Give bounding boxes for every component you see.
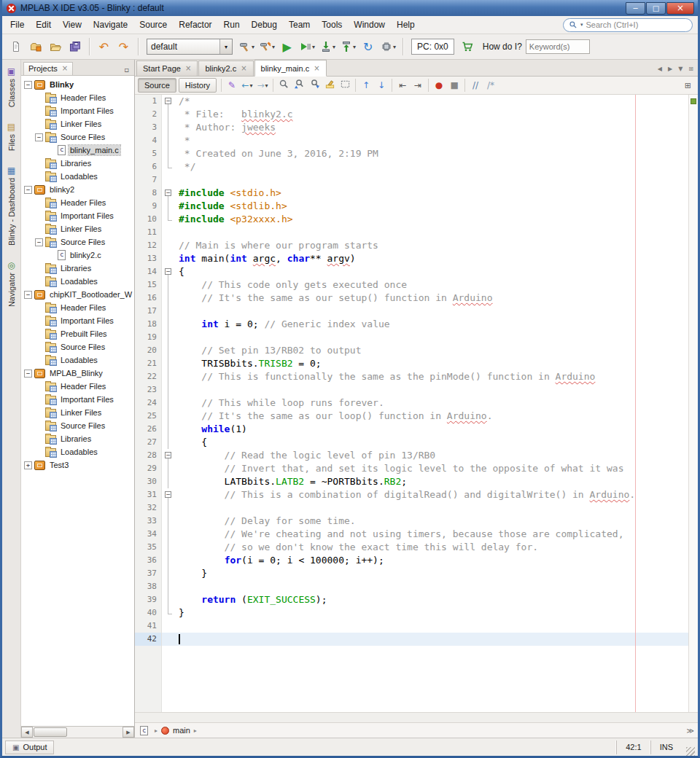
tree-node-loadables[interactable]: Loadables [21, 353, 134, 367]
line-number[interactable]: 34 [135, 528, 161, 541]
code-line-17[interactable]: 17 [135, 305, 688, 318]
code-text[interactable]: { [176, 436, 688, 449]
collapse-icon[interactable]: − [35, 238, 43, 246]
open-project-button[interactable] [46, 37, 64, 57]
tree-node-important-files[interactable]: Important Files [21, 104, 134, 117]
code-text[interactable]: */ [176, 160, 688, 173]
code-line-14[interactable]: 14−{ [135, 265, 688, 278]
code-text[interactable] [176, 331, 688, 344]
line-number[interactable]: 14 [135, 265, 161, 278]
tree-node-header-files[interactable]: Header Files [21, 380, 134, 393]
shift-line-left-button[interactable]: ⇤ [395, 78, 410, 93]
dropdown-caret-icon[interactable]: ▾ [312, 44, 315, 50]
previous-bookmark-button[interactable]: ↑ [359, 78, 373, 93]
code-line-6[interactable]: 6 */ [135, 160, 688, 173]
code-line-12[interactable]: 12// Main is where our program starts [135, 239, 688, 252]
line-number[interactable]: 30 [135, 475, 161, 488]
line-number[interactable]: 39 [135, 593, 161, 606]
menu-item-run[interactable]: Run [218, 17, 246, 33]
toggle-highlight-search-button[interactable] [322, 78, 337, 93]
dropdown-caret-icon[interactable]: ▾ [272, 44, 275, 50]
tree-node-loadables[interactable]: Loadables [21, 275, 134, 288]
code-line-34[interactable]: 34 // We're cheating and not using timer… [135, 528, 688, 541]
collapse-fold-icon[interactable]: − [165, 190, 171, 196]
code-line-41[interactable]: 41 [135, 620, 688, 633]
hold-in-reset-button[interactable]: ▾ [378, 37, 397, 57]
code-line-1[interactable]: 1−/* [135, 95, 688, 108]
code-line-16[interactable]: 16 // It's the same as our setup() funct… [135, 292, 688, 305]
start-macro-recording-button[interactable]: ● [432, 78, 446, 93]
code-text[interactable] [176, 620, 688, 633]
show-opened-documents-list-button[interactable]: ▼ [676, 64, 685, 74]
code-text[interactable] [176, 580, 688, 593]
code-text[interactable]: for(i = 0; i < 100000; i++); [176, 554, 688, 567]
code-text[interactable]: // Main is where our program starts [176, 239, 688, 252]
code-line-9[interactable]: 9#include <stdlib.h> [135, 200, 688, 213]
expand-handle[interactable]: − [24, 81, 34, 89]
line-number[interactable]: 42 [135, 633, 161, 646]
tree-node-blinky[interactable]: −Blinky [21, 78, 134, 91]
code-text[interactable]: { [176, 265, 688, 278]
menu-item-view[interactable]: View [57, 17, 88, 33]
code-text[interactable]: * File: blinky2.c [176, 108, 688, 121]
line-number[interactable]: 40 [135, 606, 161, 620]
code-text[interactable] [176, 305, 688, 318]
code-text[interactable]: // It's the same as our loop() function … [176, 410, 688, 423]
code-text[interactable]: // It's the same as our setup() function… [176, 292, 688, 305]
code-line-29[interactable]: 29 // Invert that, and set its logic lev… [135, 462, 688, 475]
line-number[interactable]: 19 [135, 331, 161, 344]
tree-node-blinky2[interactable]: −blinky2 [21, 183, 134, 196]
code-line-3[interactable]: 3 * Author: jweeks [135, 121, 688, 134]
code-line-21[interactable]: 21 TRISBbits.TRISB2 = 0; [135, 357, 688, 370]
tree-node-loadables[interactable]: Loadables [21, 445, 134, 458]
tree-node-source-files[interactable]: −Source Files [21, 130, 134, 144]
code-text[interactable]: int i = 0; // Generic index value [176, 318, 688, 331]
line-number[interactable]: 18 [135, 318, 161, 331]
line-number[interactable]: 28 [135, 449, 161, 462]
line-number[interactable]: 31 [135, 488, 161, 501]
code-line-15[interactable]: 15 // This code only gets executed once [135, 278, 688, 292]
tree-node-chipkit-bootloader-w[interactable]: −chipKIT_Bootloader_W [21, 288, 134, 301]
find-previous-occurrence-button[interactable] [292, 78, 306, 93]
expand-icon[interactable]: + [24, 461, 32, 469]
dropdown-caret-icon[interactable]: ▾ [393, 44, 396, 50]
dropdown-caret-icon[interactable]: ▾ [265, 82, 268, 89]
code-line-35[interactable]: 35 // so we don't know the exact time th… [135, 541, 688, 554]
code-line-18[interactable]: 18 int i = 0; // Generic index value [135, 318, 688, 331]
code-text[interactable] [176, 226, 688, 239]
scroll-right-button[interactable]: ▶ [122, 727, 134, 738]
projects-tree[interactable]: −BlinkyHeader FilesImportant FilesLinker… [21, 76, 134, 726]
code-line-22[interactable]: 22 // This is functionally the same as t… [135, 370, 688, 383]
code-text[interactable]: #include <stdlib.h> [176, 200, 688, 213]
line-number[interactable]: 33 [135, 515, 161, 528]
code-text[interactable] [176, 633, 688, 646]
collapse-icon[interactable]: − [24, 291, 32, 299]
code-text[interactable]: // This code only gets executed once [176, 278, 688, 292]
code-line-27[interactable]: 27 { [135, 436, 688, 449]
new-file-button[interactable] [7, 37, 25, 57]
close-tab-icon[interactable]: × [314, 65, 319, 72]
menu-item-window[interactable]: Window [348, 17, 391, 33]
code-text[interactable]: // Set pin 13/RB02 to output [176, 344, 688, 357]
collapse-icon[interactable]: − [24, 81, 32, 89]
code-line-32[interactable]: 32 [135, 501, 688, 515]
minimize-button[interactable]: ─ [626, 2, 645, 15]
code-line-38[interactable]: 38 [135, 580, 688, 593]
menu-item-source[interactable]: Source [133, 17, 173, 33]
menu-item-team[interactable]: Team [283, 17, 316, 33]
code-editor[interactable]: 1−/*2 * File: blinky2.c3 * Author: jweek… [135, 95, 698, 712]
tree-node-source-files[interactable]: −Source Files [21, 235, 134, 249]
fold-marker[interactable]: − [161, 265, 176, 278]
code-text[interactable]: while(1) [176, 423, 688, 436]
tree-node-blinky2-c[interactable]: blinky2.c [21, 249, 134, 262]
tree-node-linker-files[interactable]: Linker Files [21, 222, 134, 235]
shift-line-right-button[interactable]: ⇥ [411, 78, 425, 93]
code-line-23[interactable]: 23 [135, 383, 688, 396]
line-number[interactable]: 22 [135, 370, 161, 383]
line-number[interactable]: 8 [135, 187, 161, 200]
tree-node-important-files[interactable]: Important Files [21, 393, 134, 406]
build-project-button[interactable]: ▾ [237, 37, 256, 57]
scroll-documents-right-button[interactable]: ▶ [666, 64, 674, 74]
code-line-40[interactable]: 40} [135, 606, 688, 620]
code-lines[interactable]: 1−/*2 * File: blinky2.c3 * Author: jweek… [135, 95, 688, 712]
